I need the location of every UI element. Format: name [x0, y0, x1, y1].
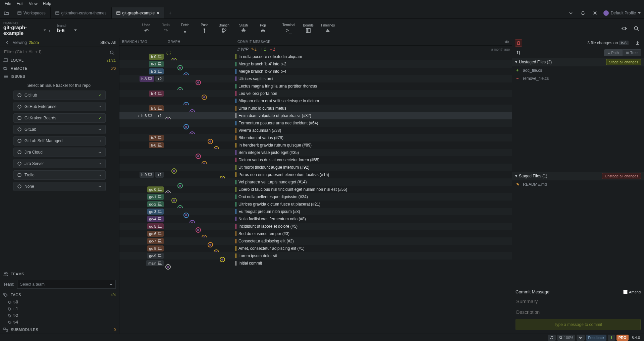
commit-row[interactable]: b-3+2Ultrices sagittis orci: [119, 75, 512, 82]
commit-row[interactable]: gc-6Sed do eiusmod tempor (#3): [119, 230, 512, 237]
branch-tag[interactable]: gc-1: [147, 194, 164, 200]
commit-row[interactable]: gc-9Lorem ipsum dolor sit: [119, 252, 512, 260]
branch-tag[interactable]: b-3: [140, 76, 154, 82]
close-icon[interactable]: ×: [157, 10, 159, 16]
branch-tag[interactable]: b-8: [149, 142, 164, 148]
branch-selector[interactable]: branch b-6: [54, 22, 94, 35]
branch-tag[interactable]: b-2: [149, 68, 164, 74]
pop-button[interactable]: Pop: [254, 20, 272, 37]
branch-tag[interactable]: gc-6: [147, 231, 164, 237]
new-tab-button[interactable]: +: [164, 10, 175, 16]
timelines-button[interactable]: Timelines: [319, 20, 336, 37]
branch-tag[interactable]: gc-2: [147, 201, 164, 207]
menu-view[interactable]: View: [26, 1, 40, 7]
commit-row[interactable]: b-0In nulla posuere sollicitudin aliquam: [119, 53, 512, 60]
tracker-gitkraken-boards[interactable]: GitKraken Boards✓: [13, 113, 106, 123]
wip-row[interactable]: // WIP ✎ 1 + 1 − 1 a month ago: [119, 46, 512, 53]
download-icon[interactable]: [634, 39, 641, 47]
commit-row[interactable]: Dictum varius duis at consectetur lorem …: [119, 156, 512, 164]
eye-icon[interactable]: [504, 38, 512, 46]
commit-row[interactable]: gc-5Incididunt ut labore et dolore (#5): [119, 223, 512, 230]
branch-tag[interactable]: b-4: [149, 91, 164, 97]
staged-header[interactable]: Staged Files (1) Unstage all changes: [512, 172, 644, 180]
commit-row[interactable]: b-5Urna nunc id cursus metus: [119, 105, 512, 112]
commit-row[interactable]: Viverra accumsan (#38): [119, 127, 512, 134]
commit-row[interactable]: gc-7Consectetur adipiscing elit (#2): [119, 237, 512, 245]
branch-tag[interactable]: b-0: [149, 54, 164, 60]
section-remote[interactable]: REMOTE0/0: [0, 64, 119, 72]
commit-row[interactable]: gc-2Ultrices gravida dictum fusce ut pla…: [119, 201, 512, 208]
redo-button[interactable]: Redo↷: [157, 20, 174, 37]
file-item[interactable]: +add_file.cs: [512, 66, 644, 74]
commit-row[interactable]: b-2Merge branch 'b-5' into b-4: [119, 68, 512, 75]
branch-tag[interactable]: b-9: [140, 172, 154, 178]
pro-badge[interactable]: PRO: [616, 335, 629, 341]
tab-0[interactable]: Workspaces: [13, 7, 51, 18]
split-icon[interactable]: [621, 25, 628, 32]
tracker-trello[interactable]: Trello→: [13, 170, 106, 180]
sort-icon[interactable]: [515, 49, 522, 56]
view-tree[interactable]: ⊞Tree: [623, 49, 641, 56]
section-local[interactable]: LOCAL21/21: [0, 56, 119, 64]
section-submodules[interactable]: SUBMODULES0: [0, 326, 119, 334]
tracker-none[interactable]: None→: [13, 182, 106, 191]
commit-row[interactable]: b-4Leo vel orci porta non: [119, 90, 512, 97]
commit-row[interactable]: ✓b-6+1Enim diam vulputate ut pharetra si…: [119, 112, 512, 119]
amend-toggle[interactable]: Amend: [623, 289, 641, 294]
extra-tag[interactable]: +1: [155, 172, 164, 178]
menu-help[interactable]: Help: [40, 1, 54, 7]
search-icon[interactable]: [108, 49, 116, 56]
team-select[interactable]: Select a team: [17, 280, 116, 289]
unstage-all-button[interactable]: Unstage all changes: [602, 173, 641, 179]
tab-1[interactable]: gitkraken-custom-themes: [51, 7, 112, 18]
tracker-jira-cloud[interactable]: Jira Cloud→: [13, 148, 106, 157]
branch-tag[interactable]: b-7: [149, 135, 164, 141]
commit-row[interactable]: mainInitial commit: [119, 260, 512, 267]
menu-edit[interactable]: Edit: [14, 1, 26, 7]
fetch-button[interactable]: Fetch⭳: [176, 20, 194, 37]
chevron-down-icon[interactable]: [567, 9, 575, 17]
file-item[interactable]: ✎README.md: [512, 180, 644, 188]
back-icon[interactable]: [3, 39, 11, 46]
commit-summary[interactable]: [516, 297, 641, 305]
commit-row[interactable]: Ut morbi tincidunt augue interdum (#92): [119, 164, 512, 171]
commit-row[interactable]: Aliquam etiam erat velit scelerisque in …: [119, 97, 512, 105]
commit-row[interactable]: Vel pharetra vel turpis nunc eget (#14): [119, 178, 512, 186]
commit-row[interactable]: gc-4Nulla facilisi cras fermentum odio (…: [119, 215, 512, 223]
commit-row[interactable]: gc-0Libero id faucibus nisl tincidunt eg…: [119, 186, 512, 193]
commit-row[interactable]: b-1Merge branch 'b-4' into b-2: [119, 60, 512, 68]
branch-button[interactable]: Branch: [215, 20, 233, 37]
commit-button[interactable]: Type a message to commit: [516, 319, 641, 330]
branch-tag[interactable]: b-1: [149, 61, 164, 67]
activity-icon[interactable]: [577, 335, 585, 341]
branch-tag[interactable]: b-5: [149, 105, 164, 111]
commit-row[interactable]: Sem integer vitae justo eget (#35): [119, 149, 512, 156]
commit-row[interactable]: gc-3Eu feugiat pretium nibh ipsum (#8): [119, 208, 512, 215]
boards-button[interactable]: Boards: [300, 20, 317, 37]
undo-button[interactable]: Undo↶: [138, 20, 155, 37]
stage-all-button[interactable]: Stage all changes: [606, 59, 641, 65]
sync-icon[interactable]: [548, 335, 556, 341]
branch-tag[interactable]: gc-0: [147, 186, 164, 192]
terminal-button[interactable]: Terminal>_: [280, 20, 298, 37]
show-all-link[interactable]: Show All: [100, 40, 116, 45]
branch-tag[interactable]: gc-7: [147, 238, 164, 244]
push-button[interactable]: Push⭱: [196, 20, 213, 37]
unstaged-header[interactable]: Unstaged Files (2) Stage all changes: [512, 58, 644, 66]
commit-row[interactable]: Lectus magna fringilla urna porttitor rh…: [119, 82, 512, 90]
branch-tag[interactable]: gc-5: [147, 223, 164, 229]
gear-icon[interactable]: [591, 9, 599, 17]
update-icon[interactable]: [608, 335, 615, 341]
tag-item[interactable]: t-0: [0, 299, 119, 305]
branch-tag[interactable]: ✓b-6: [135, 113, 154, 119]
commit-row[interactable]: b-8In hendrerit gravida rutrum quisque (…: [119, 141, 512, 149]
tab-2[interactable]: git-graph-example×: [112, 7, 165, 18]
repo-selector[interactable]: repository git-graph-example ›: [0, 19, 54, 38]
commit-row[interactable]: gc-8Amet, consectetur adipiscing elit (#…: [119, 245, 512, 252]
section-tags[interactable]: TAGS4/4: [0, 291, 119, 299]
extra-tag[interactable]: +1: [155, 113, 164, 119]
tracker-github[interactable]: GitHub✓: [13, 91, 106, 100]
commit-row[interactable]: gc-1Orci nulla pellentesque dignissim (#…: [119, 193, 512, 201]
zoom-status[interactable]: 100%: [557, 335, 575, 341]
bell-icon[interactable]: [579, 9, 587, 17]
